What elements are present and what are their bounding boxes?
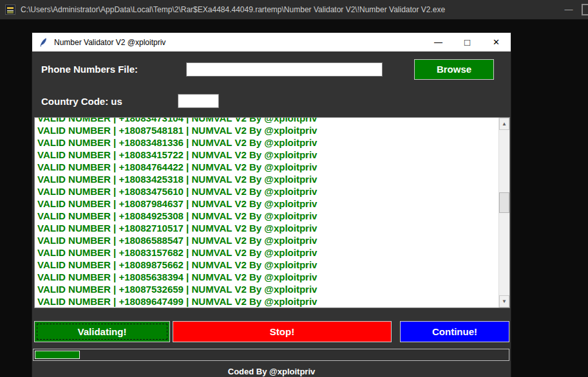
result-line[interactable]: VALID NUMBER | +18084925308 | NUMVAL V2 …	[37, 210, 317, 222]
result-line[interactable]: VALID NUMBER | +18083481336 | NUMVAL V2 …	[37, 136, 317, 149]
progress-bar	[33, 349, 509, 361]
result-line[interactable]: VALID NUMBER | +18089647499 | NUMVAL V2 …	[37, 295, 317, 308]
console-minimize-button[interactable]: —	[556, 0, 582, 19]
country-code-input[interactable]	[178, 94, 219, 108]
scrollbar-thumb[interactable]	[499, 192, 509, 213]
result-line[interactable]: VALID NUMBER | +18086588547 | NUMVAL V2 …	[37, 234, 317, 246]
console-maximize-icon[interactable]	[582, 4, 588, 15]
results-listbox[interactable]: VALID NUMBER | +18083473104 | NUMVAL V2 …	[34, 117, 510, 308]
result-line[interactable]: VALID NUMBER | +18083415722 | NUMVAL V2 …	[37, 149, 317, 161]
console-app-icon	[5, 5, 15, 15]
console-title-path: C:\Users\Administrator\AppData\Local\Tem…	[21, 5, 556, 14]
continue-button[interactable]: Continue!	[400, 321, 509, 342]
stop-button[interactable]: Stop!	[173, 321, 392, 342]
app-maximize-button[interactable]: □	[453, 33, 482, 51]
vertical-scrollbar[interactable]: ▲ ▼	[498, 118, 509, 308]
result-line[interactable]: VALID NUMBER | +18083157682 | NUMVAL V2 …	[37, 246, 317, 259]
result-line[interactable]: VALID NUMBER | +18083425318 | NUMVAL V2 …	[37, 173, 317, 185]
footer-credit: Coded By @xploitpriv	[32, 367, 511, 376]
results-list-content: VALID NUMBER | +18083473104 | NUMVAL V2 …	[37, 118, 317, 308]
focus-ring	[37, 324, 167, 340]
country-code-label: Country Code: us	[41, 96, 122, 107]
app-minimize-button[interactable]: —	[424, 33, 453, 51]
result-line[interactable]: VALID NUMBER | +18085638394 | NUMVAL V2 …	[37, 271, 317, 283]
tk-feather-icon	[38, 37, 48, 48]
result-line[interactable]: VALID NUMBER | +18083473104 | NUMVAL V2 …	[37, 118, 317, 124]
scroll-up-icon[interactable]: ▲	[499, 118, 509, 130]
app-title: Number Validator V2 @xploitpriv	[54, 38, 424, 47]
results-list-view[interactable]: VALID NUMBER | +18083473104 | NUMVAL V2 …	[35, 118, 498, 308]
progress-bar-fill	[35, 351, 80, 359]
browse-button[interactable]: Browse	[414, 59, 494, 80]
phone-numbers-file-input[interactable]	[186, 62, 383, 77]
result-line[interactable]: VALID NUMBER | +18083475610 | NUMVAL V2 …	[37, 185, 317, 198]
result-line[interactable]: VALID NUMBER | +18087548181 | NUMVAL V2 …	[37, 124, 317, 136]
app-close-button[interactable]: ✕	[482, 33, 511, 51]
result-line[interactable]: VALID NUMBER | +18084764422 | NUMVAL V2 …	[37, 161, 317, 173]
console-title-bar: C:\Users\Administrator\AppData\Local\Tem…	[0, 0, 588, 19]
app-title-bar: Number Validator V2 @xploitpriv — □ ✕	[32, 33, 511, 51]
number-validator-window: Number Validator V2 @xploitpriv — □ ✕ Ph…	[32, 33, 511, 377]
result-line[interactable]: VALID NUMBER | +18087984637 | NUMVAL V2 …	[37, 198, 317, 210]
result-line[interactable]: VALID NUMBER | +18087532659 | NUMVAL V2 …	[37, 283, 317, 295]
result-line[interactable]: VALID NUMBER | +18089875662 | NUMVAL V2 …	[37, 259, 317, 271]
validating-button[interactable]: Validating!	[34, 321, 170, 342]
phone-numbers-file-label: Phone Numbers File:	[41, 64, 138, 75]
scroll-down-icon[interactable]: ▼	[499, 295, 509, 308]
result-line[interactable]: VALID NUMBER | +18082710517 | NUMVAL V2 …	[37, 222, 317, 234]
